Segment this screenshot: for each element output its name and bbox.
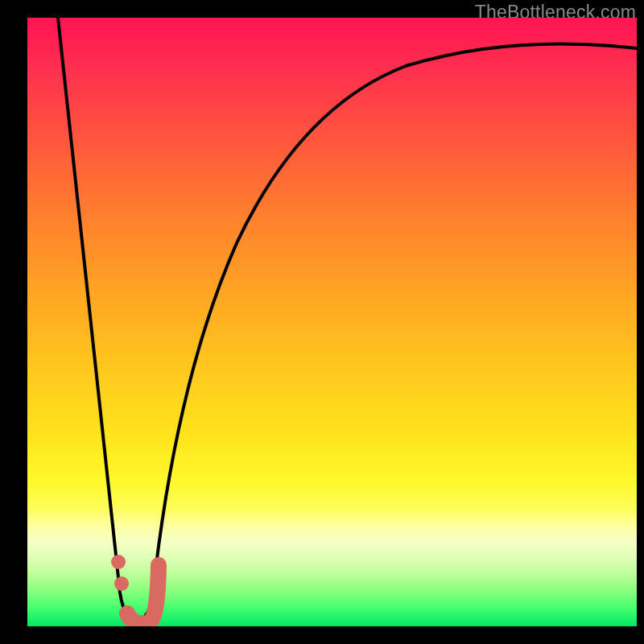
chart-frame: TheBottleneck.com [0,0,644,644]
marker-dot-lower [114,576,129,591]
marker-j-stroke [127,565,159,624]
marker-dot-upper [111,555,126,569]
chart-svg [27,18,637,626]
curve-right-branch [153,43,637,592]
curve-left-branch [58,18,153,620]
plot-area [27,18,637,626]
